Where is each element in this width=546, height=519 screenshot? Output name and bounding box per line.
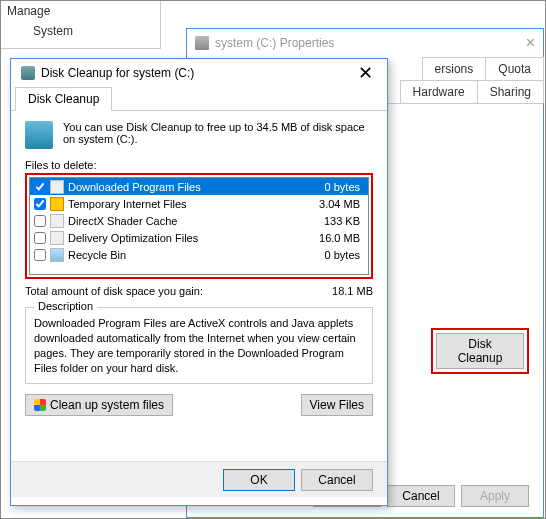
file-checkbox[interactable] <box>34 215 46 227</box>
disk-cleanup-icon <box>21 66 35 80</box>
files-to-delete-label: Files to delete: <box>25 159 373 171</box>
file-size: 0 bytes <box>304 249 364 261</box>
file-icon <box>50 231 64 245</box>
file-size: 0 bytes <box>304 181 364 193</box>
file-checkbox[interactable] <box>34 181 46 193</box>
file-name: Delivery Optimization Files <box>68 232 304 244</box>
disk-cleanup-button[interactable]: Disk Cleanup <box>436 333 524 369</box>
file-checkbox[interactable] <box>34 198 46 210</box>
ribbon-item-system[interactable]: System <box>1 21 160 41</box>
file-row[interactable]: DirectX Shader Cache133 KB <box>30 212 368 229</box>
ribbon-tab-manage[interactable]: Manage <box>1 1 160 21</box>
description-box: Description Downloaded Program Files are… <box>25 307 373 384</box>
tab-disk-cleanup[interactable]: Disk Cleanup <box>15 87 112 111</box>
total-row: Total amount of disk space you gain: 18.… <box>25 285 373 297</box>
file-name: Downloaded Program Files <box>68 181 304 193</box>
file-row[interactable]: Downloaded Program Files0 bytes <box>30 178 368 195</box>
cleanup-intro-text: You can use Disk Cleanup to free up to 3… <box>63 121 373 145</box>
close-icon[interactable]: ✕ <box>353 62 377 84</box>
file-checkbox[interactable] <box>34 249 46 261</box>
file-icon <box>50 180 64 194</box>
file-row[interactable]: Recycle Bin0 bytes <box>30 246 368 263</box>
bg-manage-panel: Manage System <box>1 1 161 49</box>
bin-icon <box>50 248 64 262</box>
file-size: 133 KB <box>304 215 364 227</box>
cleanup-footer: OK Cancel <box>11 461 387 497</box>
cleanup-large-icon <box>25 121 53 149</box>
properties-titlebar[interactable]: system (C:) Properties × <box>187 29 543 57</box>
ok-button[interactable]: OK <box>223 469 295 491</box>
disk-cleanup-dialog: Disk Cleanup for system (C:) ✕ Disk Clea… <box>10 58 388 506</box>
cleanup-titlebar[interactable]: Disk Cleanup for system (C:) ✕ <box>11 59 387 87</box>
file-icon <box>50 214 64 228</box>
lock-icon <box>50 197 64 211</box>
view-files-button[interactable]: View Files <box>301 394 373 416</box>
file-checkbox[interactable] <box>34 232 46 244</box>
file-size: 3.04 MB <box>304 198 364 210</box>
cleanup-intro: You can use Disk Cleanup to free up to 3… <box>25 121 373 149</box>
file-row[interactable]: Delivery Optimization Files16.0 MB <box>30 229 368 246</box>
disk-cleanup-highlight: Disk Cleanup <box>431 328 529 374</box>
tab-sharing[interactable]: Sharing <box>477 80 544 103</box>
cleanup-title: Disk Cleanup for system (C:) <box>41 66 194 80</box>
file-row[interactable]: Temporary Internet Files3.04 MB <box>30 195 368 212</box>
description-text: Downloaded Program Files are ActiveX con… <box>34 316 364 375</box>
clean-up-system-files-button[interactable]: Clean up system files <box>25 394 173 416</box>
close-icon[interactable]: × <box>526 34 535 52</box>
file-size: 16.0 MB <box>304 232 364 244</box>
properties-title: system (C:) Properties <box>215 36 334 50</box>
file-name: Temporary Internet Files <box>68 198 304 210</box>
drive-icon <box>195 36 209 50</box>
tab-quota[interactable]: Quota <box>485 57 544 80</box>
cleanup-tabs: Disk Cleanup <box>11 87 387 111</box>
tab-hardware[interactable]: Hardware <box>400 80 478 103</box>
cancel-button[interactable]: Cancel <box>301 469 373 491</box>
shield-icon <box>34 399 46 411</box>
tab-versions[interactable]: ersions <box>422 57 487 80</box>
properties-cancel-button[interactable]: Cancel <box>387 485 455 507</box>
files-list-highlight: Downloaded Program Files0 bytesTemporary… <box>25 173 373 279</box>
files-list[interactable]: Downloaded Program Files0 bytesTemporary… <box>29 177 369 275</box>
properties-apply-button[interactable]: Apply <box>461 485 529 507</box>
description-label: Description <box>34 300 97 312</box>
file-name: Recycle Bin <box>68 249 304 261</box>
file-name: DirectX Shader Cache <box>68 215 304 227</box>
